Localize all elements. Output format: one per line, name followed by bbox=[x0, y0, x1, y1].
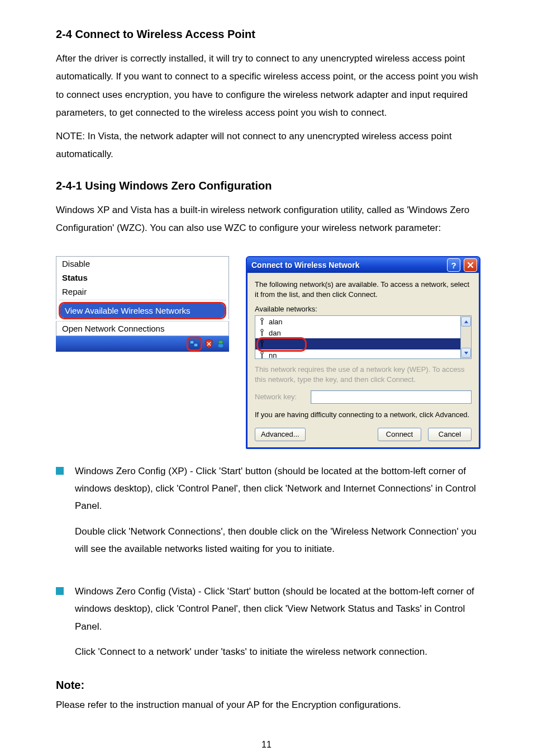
network-item-selected[interactable] bbox=[255, 338, 460, 349]
ctx-separator-1 bbox=[59, 300, 226, 300]
context-menu-figure: Disable Status Repair View Available Wir… bbox=[56, 256, 229, 352]
antenna-icon bbox=[259, 351, 265, 359]
page-number: 11 bbox=[0, 740, 533, 750]
note-heading: Note: bbox=[0, 679, 533, 692]
scroll-down-button[interactable] bbox=[461, 348, 471, 358]
ctx-item-status[interactable]: Status bbox=[56, 271, 229, 285]
ctx-highlight-ring: View Available Wireless Networks bbox=[59, 302, 226, 319]
ctx-item-repair[interactable]: Repair bbox=[56, 285, 229, 299]
network-key-input[interactable] bbox=[311, 390, 472, 404]
network-name-0: alan bbox=[269, 318, 283, 326]
tray-highlight-ring bbox=[187, 337, 202, 351]
bullet-square-icon bbox=[56, 467, 64, 475]
network-list-scrollbar[interactable] bbox=[461, 315, 472, 359]
bullet-xp-text-2: Double click 'Network Connections', then… bbox=[75, 523, 483, 558]
dialog-title: Connect to Wireless Network bbox=[251, 261, 444, 270]
svg-point-8 bbox=[261, 341, 263, 343]
note-body: Please refer to the instruction manual o… bbox=[0, 696, 533, 714]
network-name-3: nn bbox=[269, 351, 277, 360]
figure-row: Disable Status Repair View Available Wir… bbox=[0, 256, 533, 448]
advanced-button[interactable]: Advanced... bbox=[255, 428, 306, 441]
bullet-xp-text-1: Windows Zero Config (XP) - Click 'Start'… bbox=[75, 462, 483, 515]
bullet-xp: Windows Zero Config (XP) - Click 'Start'… bbox=[56, 462, 483, 558]
section-heading-connect: 2-4 Connect to Wireless Access Point bbox=[0, 28, 533, 41]
bullet-vista: Windows Zero Config (Vista) - Click 'Sta… bbox=[56, 583, 483, 661]
connect-button[interactable]: Connect bbox=[378, 428, 421, 441]
bullet-vista-text-2: Click 'Connect to a network' under 'task… bbox=[75, 643, 483, 660]
svg-rect-0 bbox=[190, 341, 194, 344]
section2-para: Windows XP and Vista has a built-in wire… bbox=[0, 201, 533, 238]
section-heading-wzc: 2-4-1 Using Windows Zero Configuration bbox=[0, 179, 533, 192]
close-button[interactable] bbox=[464, 258, 477, 272]
network-name-1: dan bbox=[269, 329, 281, 337]
connect-wireless-dialog: Connect to Wireless Network ? The follow… bbox=[246, 256, 480, 448]
context-menu-after: Open Network Connections bbox=[56, 321, 229, 336]
ctx-item-view-networks[interactable]: View Available Wireless Networks bbox=[60, 304, 225, 318]
available-networks-list[interactable]: alan dan bbox=[255, 315, 461, 359]
scroll-up-button[interactable] bbox=[461, 316, 471, 327]
network-tray-icon[interactable] bbox=[189, 339, 199, 349]
section1-para: After the driver is correctly installed,… bbox=[0, 50, 533, 122]
messenger-tray-icon[interactable] bbox=[216, 339, 226, 349]
network-key-label: Network key: bbox=[255, 393, 305, 401]
wep-hint: This network requires the use of a netwo… bbox=[255, 365, 472, 384]
network-item-1[interactable]: dan bbox=[255, 327, 460, 338]
ctx-item-disable[interactable]: Disable bbox=[56, 257, 229, 271]
network-item-3[interactable]: nn bbox=[255, 349, 460, 359]
svg-point-6 bbox=[261, 329, 263, 332]
available-networks-label: Available networks: bbox=[255, 305, 472, 313]
taskbar bbox=[56, 336, 229, 352]
bullet-vista-text-1: Windows Zero Config (Vista) - Click 'Sta… bbox=[75, 583, 483, 635]
svg-point-3 bbox=[218, 343, 223, 348]
antenna-icon bbox=[259, 318, 265, 325]
security-tray-icon[interactable] bbox=[204, 339, 214, 349]
cancel-button[interactable]: Cancel bbox=[428, 428, 472, 441]
network-item-0[interactable]: alan bbox=[255, 316, 460, 327]
dialog-titlebar: Connect to Wireless Network ? bbox=[247, 257, 479, 273]
section1-note: NOTE: In Vista, the network adapter will… bbox=[0, 127, 533, 164]
ctx-item-open-connections[interactable]: Open Network Connections bbox=[56, 322, 229, 336]
svg-rect-1 bbox=[194, 343, 198, 347]
context-menu: Disable Status Repair View Available Wir… bbox=[56, 256, 229, 319]
scroll-track[interactable] bbox=[461, 327, 471, 348]
svg-point-10 bbox=[261, 352, 263, 354]
bullet-square-icon bbox=[56, 587, 64, 595]
antenna-icon bbox=[259, 340, 265, 348]
svg-point-4 bbox=[261, 318, 263, 320]
advanced-hint: If you are having difficulty connecting … bbox=[255, 410, 472, 419]
antenna-icon bbox=[259, 329, 265, 337]
dialog-instruction: The following network(s) are available. … bbox=[255, 280, 472, 299]
help-button[interactable]: ? bbox=[447, 258, 460, 272]
